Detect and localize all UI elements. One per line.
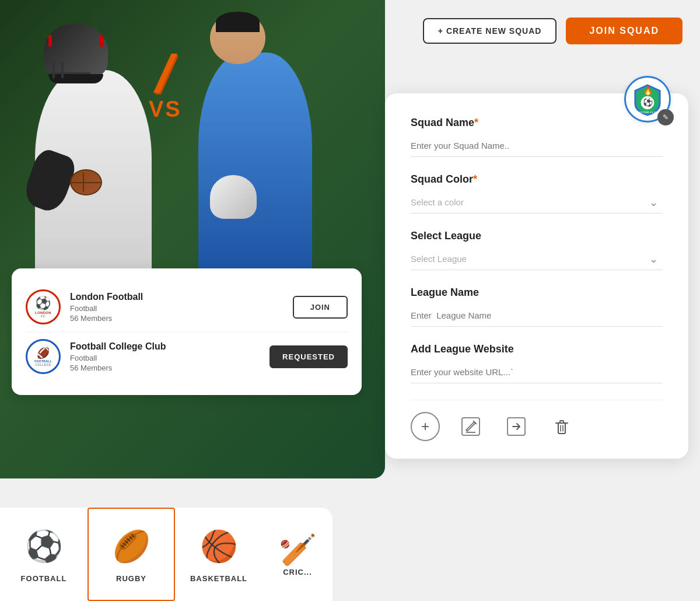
squad-color-required: *	[473, 173, 477, 185]
lightning-bolt: /	[143, 53, 187, 95]
league-website-label: Add League Website	[411, 343, 663, 355]
basketball-ball-icon: 🏀	[198, 526, 239, 567]
league-name-input[interactable]	[411, 305, 663, 327]
player-right-head	[210, 12, 265, 64]
add-action-button[interactable]: +	[411, 412, 440, 441]
club-logo-container: 🔥 ⚽ SOCCER CLUB ✎	[624, 76, 671, 123]
player-right-helmet-held	[210, 175, 257, 219]
squad-color-label: Squad Color*	[411, 173, 663, 186]
squad-sport-football-college: Football	[70, 354, 260, 362]
football-ball-icon: ⚽	[23, 526, 64, 567]
squad-logo-football-college: 🏈 FOOTBALL COLLEGE	[26, 339, 61, 374]
top-buttons-container: + CREATE NEW SQUAD JOIN SQUAD	[423, 18, 682, 44]
squad-members-london: 56 Members	[70, 314, 284, 323]
export-action-button[interactable]	[502, 412, 531, 441]
sport-label-basketball: BASKETBALL	[190, 574, 247, 583]
svg-text:🔥: 🔥	[643, 86, 653, 96]
sport-item-basketball[interactable]: 🏀 BASKETBALL	[175, 508, 262, 601]
squad-name-field: Squad Name*	[411, 117, 663, 157]
squad-name-input[interactable]	[411, 135, 663, 157]
sport-label-football: FOOTBALL	[21, 574, 67, 583]
players-area	[0, 0, 385, 478]
squad-color-select-wrapper: Select a color Red Blue Green ⌄	[411, 191, 663, 214]
select-league-field: Select League Select League Premier Leag…	[411, 230, 663, 270]
squad-list-panel: ⚽ LONDON FC London Football Football 56 …	[12, 268, 362, 395]
football	[70, 169, 102, 195]
squad-members-football-college: 56 Members	[70, 364, 260, 372]
requested-button-football-college[interactable]: REQUESTED	[270, 345, 348, 368]
vs-container: / VS	[149, 53, 182, 122]
squad-name-football-college: Football College Club	[70, 341, 260, 352]
squad-color-field: Squad Color* Select a color Red Blue Gre…	[411, 173, 663, 214]
squad-info-london: London Football Football 56 Members	[70, 292, 284, 323]
league-website-input[interactable]	[411, 361, 663, 383]
edit-icon	[461, 417, 480, 436]
join-squad-button[interactable]: JOIN SQUAD	[566, 18, 682, 44]
league-name-label: League Name	[411, 286, 663, 299]
action-icons-row: +	[411, 400, 663, 441]
select-league-select[interactable]: Select League Premier League Championshi…	[411, 248, 663, 270]
delete-action-button[interactable]	[547, 412, 576, 441]
create-squad-button[interactable]: + CREATE NEW SQUAD	[423, 18, 557, 44]
add-icon: +	[421, 418, 429, 435]
player-right-body	[198, 53, 312, 286]
league-name-field: League Name	[411, 286, 663, 327]
sport-label-rugby: RUGBY	[116, 574, 146, 583]
sport-item-football[interactable]: ⚽ FOOTBALL	[0, 508, 88, 601]
squad-item-london: ⚽ LONDON FC London Football Football 56 …	[26, 282, 348, 331]
svg-text:SOCCER CLUB: SOCCER CLUB	[638, 111, 658, 114]
squad-logo-london: ⚽ LONDON FC	[26, 289, 61, 324]
squad-name-london: London Football	[70, 292, 284, 302]
rugby-ball-icon: 🏉	[111, 526, 152, 567]
squad-info-football-college: Football College Club Football 56 Member…	[70, 341, 260, 372]
select-league-label: Select League	[411, 230, 663, 242]
join-button-london[interactable]: JOIN	[293, 296, 348, 319]
trash-icon	[552, 417, 571, 436]
cricket-icon: 🏏	[279, 532, 317, 568]
league-website-field: Add League Website	[411, 343, 663, 383]
edit-action-button[interactable]	[456, 412, 485, 441]
sport-categories: ⚽ FOOTBALL 🏉 RUGBY 🏀 BASKETBALL 🏏 CRIC..…	[0, 508, 332, 601]
svg-text:⚽: ⚽	[643, 97, 653, 107]
select-league-wrapper: Select League Premier League Championshi…	[411, 248, 663, 270]
export-icon	[507, 417, 526, 436]
sport-item-cricket[interactable]: 🏏 CRIC...	[262, 508, 332, 601]
squad-name-required: *	[474, 117, 478, 128]
squad-sport-london: Football	[70, 304, 284, 313]
player-left-helmet	[44, 23, 108, 79]
squad-item-football-college: 🏈 FOOTBALL COLLEGE Football College Club…	[26, 331, 348, 381]
sport-item-rugby[interactable]: 🏉 RUGBY	[88, 508, 175, 601]
edit-logo-badge[interactable]: ✎	[657, 109, 674, 125]
sport-label-cricket: CRIC...	[283, 568, 312, 576]
squad-color-select[interactable]: Select a color Red Blue Green	[411, 191, 663, 214]
form-panel: 🔥 ⚽ SOCCER CLUB ✎ Squad Name* Squad Colo…	[385, 93, 688, 459]
